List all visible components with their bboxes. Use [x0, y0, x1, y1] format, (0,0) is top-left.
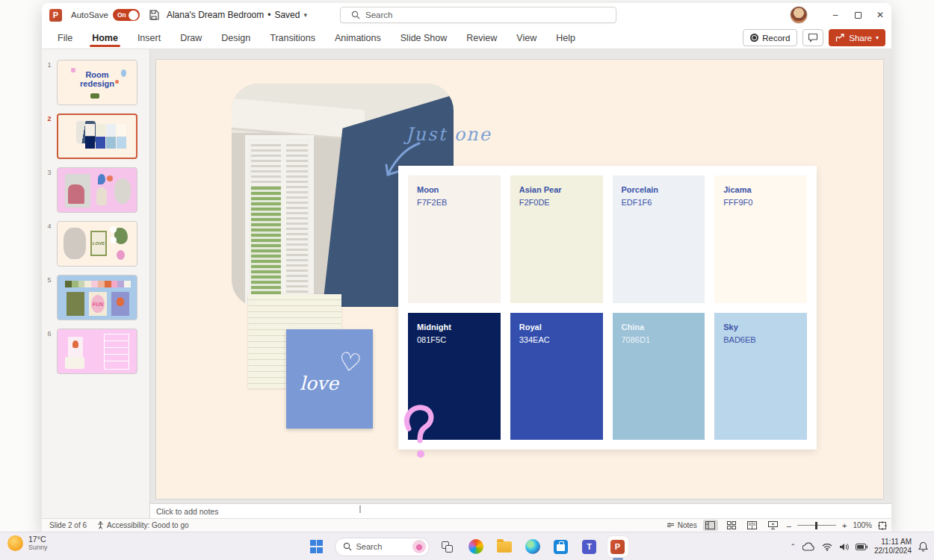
decor-shape: [115, 80, 119, 84]
zoom-in-button[interactable]: +: [842, 521, 847, 530]
save-icon[interactable]: [149, 10, 159, 20]
battery-icon[interactable]: [856, 544, 867, 550]
love-sticky-note[interactable]: love ♡: [286, 329, 373, 429]
zoom-slider[interactable]: [797, 525, 836, 526]
slide-sorter-icon: [727, 521, 736, 529]
slide-indicator[interactable]: Slide 2 of 6: [49, 521, 87, 529]
cloud-icon[interactable]: [802, 542, 815, 551]
fit-slide-to-window-icon[interactable]: [878, 521, 887, 530]
speaker-icon[interactable]: [839, 543, 849, 551]
search-icon: [351, 10, 360, 19]
swatch-porcelain[interactable]: Porcelain EDF1F6: [613, 175, 705, 303]
slide-thumbnail-panel: 1 Room redesign 2: [42, 49, 150, 518]
slide-canvas[interactable]: love ♡ Just one Moon F: [156, 60, 883, 499]
search-input[interactable]: Search: [340, 7, 616, 23]
mini-daisies: [110, 226, 117, 233]
copilot-icon: [468, 539, 483, 554]
slide-6-thumbnail[interactable]: [57, 329, 137, 374]
content-area: 1 Room redesign 2: [42, 49, 891, 518]
copilot-button[interactable]: [466, 536, 486, 557]
notes-resize-handle[interactable]: [359, 505, 361, 513]
notification-bell-icon[interactable]: [918, 541, 928, 552]
task-view-button[interactable]: [437, 536, 458, 557]
accessibility-status[interactable]: Accessibility: Good to go: [97, 521, 189, 529]
swatch-name: Jicama: [723, 184, 798, 196]
edge-browser-button[interactable]: [522, 536, 543, 557]
slide-1-number: 1: [42, 60, 57, 105]
slide-sorter-view-button[interactable]: [724, 520, 739, 531]
slide-3-thumbnail[interactable]: [57, 167, 137, 213]
swatch-sky[interactable]: Sky BAD6EB: [714, 313, 807, 441]
tab-transitions[interactable]: Transitions: [269, 28, 316, 48]
wifi-icon[interactable]: [822, 543, 832, 551]
teams-icon: T: [582, 540, 596, 554]
zoom-level[interactable]: 100%: [853, 521, 872, 529]
decor-shape: [90, 93, 99, 99]
comments-button[interactable]: [802, 29, 823, 46]
powerpoint-taskbar-button[interactable]: P: [607, 536, 628, 557]
title-dropdown-icon[interactable]: ▾: [303, 11, 307, 19]
slide-5-thumbnail[interactable]: FUN: [57, 275, 137, 320]
normal-view-button[interactable]: [703, 520, 718, 531]
tab-home[interactable]: Home: [91, 28, 119, 48]
toggle-knob: [129, 10, 138, 20]
share-label: Share: [849, 34, 872, 43]
decor-shape: [107, 175, 113, 181]
tab-insert[interactable]: Insert: [137, 28, 161, 48]
reading-view-button[interactable]: [745, 520, 760, 531]
tab-view[interactable]: View: [516, 28, 537, 48]
swatch-hex: 334EAC: [519, 335, 550, 344]
user-avatar[interactable]: [790, 6, 808, 24]
workspace-column: love ♡ Just one Moon F: [150, 49, 891, 518]
search-icon: [343, 542, 352, 551]
slide-2-thumbnail-selected[interactable]: [57, 113, 137, 159]
photo-window: [245, 135, 314, 307]
reading-view-icon: [747, 521, 757, 529]
record-label: Record: [762, 34, 790, 43]
windows-taskbar: 17°C Sunny Search T P ⌃: [0, 532, 934, 560]
swatch-jicama[interactable]: Jicama FFF9F0: [714, 175, 807, 303]
share-button[interactable]: Share ▾: [829, 29, 885, 46]
slideshow-view-button[interactable]: [766, 520, 781, 531]
notes-placeholder: Click to add notes: [156, 507, 218, 516]
slide-1-thumbnail[interactable]: Room redesign: [57, 60, 137, 105]
notes-pane[interactable]: Click to add notes: [150, 503, 891, 518]
swatch-asian-pear[interactable]: Asian Pear F2F0DE: [510, 175, 603, 303]
tab-draw[interactable]: Draw: [179, 28, 202, 48]
powerpoint-app-icon[interactable]: P: [49, 9, 62, 22]
notes-toggle-button[interactable]: Notes: [667, 521, 697, 529]
slide-workspace: love ♡ Just one Moon F: [150, 49, 891, 503]
microsoft-store-button[interactable]: [551, 536, 572, 557]
close-button[interactable]: ✕: [869, 4, 891, 26]
mini-note: [65, 357, 84, 369]
normal-view-icon: [705, 521, 715, 529]
start-button[interactable]: [306, 536, 327, 557]
taskbar-clock[interactable]: 11:11 AM 22/10/2024: [874, 538, 912, 556]
thumbnail-row-5: 5 FUN: [42, 275, 149, 320]
file-explorer-button[interactable]: [494, 536, 515, 557]
zoom-slider-thumb[interactable]: [815, 522, 818, 529]
slide-5-number: 5: [42, 275, 57, 320]
tab-review[interactable]: Review: [466, 28, 498, 48]
record-button[interactable]: Record: [743, 29, 797, 46]
zoom-out-button[interactable]: –: [787, 521, 791, 530]
document-title[interactable]: Alana's Dream Bedroom • Saved ▾: [167, 10, 307, 20]
swatch-royal[interactable]: Royal 334EAC: [510, 313, 603, 441]
slide-4-thumbnail[interactable]: LOVE: [57, 221, 137, 267]
tab-slide-show[interactable]: Slide Show: [400, 28, 448, 48]
taskbar-search-box[interactable]: Search: [335, 538, 430, 556]
swatch-hex: F7F2EB: [417, 198, 447, 207]
minimize-button[interactable]: –: [824, 4, 847, 26]
tab-animations[interactable]: Animations: [334, 28, 382, 48]
tab-file[interactable]: File: [57, 28, 73, 48]
maximize-button[interactable]: [847, 4, 869, 26]
swatch-moon[interactable]: Moon F7F2EB: [408, 175, 501, 303]
teams-button[interactable]: T: [579, 536, 600, 557]
thumbnail-row-6: 6: [42, 329, 149, 374]
tab-help[interactable]: Help: [555, 28, 576, 48]
tab-design[interactable]: Design: [220, 28, 251, 48]
swatch-china[interactable]: China 7086D1: [613, 313, 705, 441]
autosave-toggle[interactable]: On: [113, 9, 140, 21]
hidden-icons-chevron[interactable]: ⌃: [790, 543, 796, 550]
color-palette-panel[interactable]: Moon F7F2EB Asian Pear F2F0DE Porcelain …: [398, 166, 817, 449]
